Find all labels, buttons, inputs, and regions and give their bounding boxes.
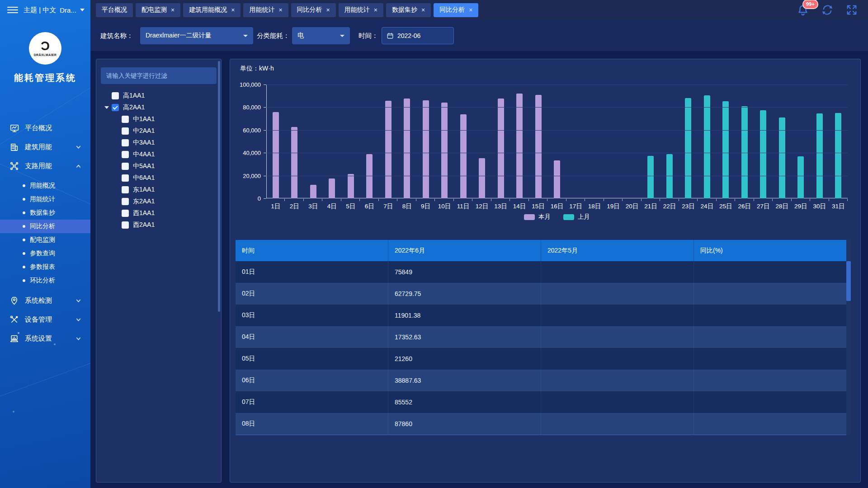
sidebar-item-系统检测[interactable]: 系统检测 xyxy=(0,291,90,310)
table-cell xyxy=(541,283,693,305)
tab-close-icon[interactable]: × xyxy=(326,7,330,13)
tab-建筑用能概况-2[interactable]: 建筑用能概况× xyxy=(183,3,241,17)
tree-node-西2AA1[interactable]: 西2AA1 xyxy=(96,219,221,231)
refresh-button[interactable] xyxy=(821,4,834,16)
chart-slot-2日 xyxy=(285,84,303,198)
legend-item-last-month[interactable]: 上月 xyxy=(563,213,590,221)
tree-search-input[interactable] xyxy=(101,67,217,84)
tab-用能统计-5[interactable]: 用能统计× xyxy=(339,3,383,17)
chart-plot-area xyxy=(266,84,848,198)
time-input[interactable] xyxy=(397,32,447,39)
tree-checkbox-中6AA1[interactable] xyxy=(122,174,129,182)
sidebar-subitem-环比分析[interactable]: 环比分析 xyxy=(0,274,90,287)
tab-配电监测-1[interactable]: 配电监测× xyxy=(136,3,180,17)
sidebar-subitem-用能概况[interactable]: 用能概况 xyxy=(0,179,90,192)
tab-close-icon[interactable]: × xyxy=(469,7,472,13)
building-select[interactable]: Draexlmaier一二级计量 xyxy=(140,27,253,44)
device-tree: 高1AA1高2AA1中1AA1中2AA1中3AA1中4AA1中5AA1中6AA1… xyxy=(96,90,221,231)
table-cell: 05日 xyxy=(236,348,388,370)
gridline xyxy=(266,84,848,85)
legend-swatch xyxy=(524,214,535,220)
bar-last-month-21日 xyxy=(647,156,654,199)
date-picker[interactable] xyxy=(382,27,454,44)
tree-node-中1AA1[interactable]: 中1AA1 xyxy=(96,113,221,125)
sidebar-item-系统设置[interactable]: 系统设置 xyxy=(0,329,90,348)
tab-同比分析-7[interactable]: 同比分析× xyxy=(434,3,478,17)
sidebar-item-label: 系统检测 xyxy=(25,296,52,305)
tree-node-东2AA1[interactable]: 东2AA1 xyxy=(96,196,221,207)
x-axis-tick-label: 7日 xyxy=(379,202,397,211)
tab-close-icon[interactable]: × xyxy=(278,7,282,13)
theme-language-selector[interactable]: 主题 | 中文 Dra... xyxy=(24,6,85,14)
tree-checkbox-高2AA1[interactable] xyxy=(112,104,119,111)
chart-slot-14日 xyxy=(510,84,528,198)
table-scrollbar-thumb[interactable] xyxy=(846,261,851,301)
tree-node-东1AA1[interactable]: 东1AA1 xyxy=(96,184,221,196)
x-axis-tick-label: 30日 xyxy=(810,202,829,211)
chart-slot-8日 xyxy=(397,84,416,198)
tree-expander-icon[interactable] xyxy=(104,106,109,109)
x-axis-tick-label: 26日 xyxy=(735,202,754,211)
tab-close-icon[interactable]: × xyxy=(231,7,235,13)
tree-node-西1AA1[interactable]: 西1AA1 xyxy=(96,207,221,219)
x-axis-tick-label: 31日 xyxy=(829,202,848,211)
tree-node-中5AA1[interactable]: 中5AA1 xyxy=(96,160,221,172)
monitor-icon xyxy=(9,123,19,133)
tree-node-中3AA1[interactable]: 中3AA1 xyxy=(96,137,221,149)
tree-checkbox-高1AA1[interactable] xyxy=(112,92,119,99)
tree-checkbox-中1AA1[interactable] xyxy=(122,116,129,123)
sidebar-subitem-同比分析[interactable]: 同比分析 xyxy=(0,220,90,233)
sidebar-subitem-参数查询[interactable]: 参数查询 xyxy=(0,247,90,260)
tab-label: 同比分析 xyxy=(297,6,322,14)
chart-slot-11日 xyxy=(454,84,472,198)
notifications-button[interactable]: 99+ xyxy=(797,4,809,16)
sidebar-item-设备管理[interactable]: 设备管理 xyxy=(0,310,90,329)
sidebar-item-支路用能[interactable]: 支路用能 xyxy=(0,156,90,175)
tab-数据集抄-6[interactable]: 数据集抄× xyxy=(386,3,431,17)
tab-同比分析-4[interactable]: 同比分析× xyxy=(291,3,336,17)
tab-close-icon[interactable]: × xyxy=(421,7,425,13)
tree-node-高1AA1[interactable]: 高1AA1 xyxy=(96,90,221,102)
tab-close-icon[interactable]: × xyxy=(171,7,175,13)
chart-slot-6日 xyxy=(360,84,378,198)
x-axis-tick-label: 15日 xyxy=(529,202,547,211)
energy-type-select[interactable]: 电 xyxy=(292,27,350,44)
tab-close-icon[interactable]: × xyxy=(374,7,377,13)
bar-this-month-2日 xyxy=(291,127,297,198)
fullscreen-button[interactable] xyxy=(845,4,858,16)
tree-node-中4AA1[interactable]: 中4AA1 xyxy=(96,149,221,160)
sidebar-subitem-参数报表[interactable]: 参数报表 xyxy=(0,260,90,274)
brand-area: Ɔ DRÄXLMAIER 能耗管理系统 xyxy=(0,32,90,84)
tree-checkbox-中4AA1[interactable] xyxy=(122,151,129,158)
tree-checkbox-东2AA1[interactable] xyxy=(122,198,129,205)
legend-item-this-month[interactable]: 本月 xyxy=(524,213,551,221)
sidebar-subitem-配电监测[interactable]: 配电监测 xyxy=(0,233,90,247)
table-cell xyxy=(693,305,846,326)
tree-checkbox-东1AA1[interactable] xyxy=(122,186,129,193)
sidebar-subitem-用能统计[interactable]: 用能统计 xyxy=(0,192,90,206)
table-scrollbar-track[interactable] xyxy=(846,240,851,435)
tree-node-高2AA1[interactable]: 高2AA1 xyxy=(96,102,221,113)
sidebar-subitem-数据集抄[interactable]: 数据集抄 xyxy=(0,206,90,220)
bar-last-month-26日 xyxy=(741,106,748,198)
sidebar-item-建筑用能[interactable]: 建筑用能 xyxy=(0,137,90,156)
tree-node-中2AA1[interactable]: 中2AA1 xyxy=(96,125,221,137)
tree-scrollbar[interactable] xyxy=(218,61,220,312)
tree-checkbox-西2AA1[interactable] xyxy=(122,221,129,229)
settings-icon xyxy=(9,334,19,343)
tab-用能统计-3[interactable]: 用能统计× xyxy=(243,3,288,17)
legend-label: 上月 xyxy=(578,213,590,221)
tree-node-中6AA1[interactable]: 中6AA1 xyxy=(96,172,221,184)
y-axis-tick-label: 40,000 xyxy=(243,150,261,156)
building-short-label: Dra... xyxy=(60,6,76,14)
tree-checkbox-中5AA1[interactable] xyxy=(122,163,129,170)
tab-平台概况-0[interactable]: 平台概况 xyxy=(96,3,133,17)
tree-checkbox-中2AA1[interactable] xyxy=(122,127,129,135)
chart-slot-27日 xyxy=(754,84,773,198)
sidebar-item-平台概况[interactable]: 平台概况 xyxy=(0,118,90,137)
tree-checkbox-中3AA1[interactable] xyxy=(122,139,129,146)
table-cell xyxy=(541,326,693,348)
tree-checkbox-西1AA1[interactable] xyxy=(122,210,129,217)
filter-bar: 建筑名称： Draexlmaier一二级计量 分类能耗： 电 时间： xyxy=(90,20,868,52)
hamburger-menu-icon[interactable] xyxy=(7,7,18,13)
